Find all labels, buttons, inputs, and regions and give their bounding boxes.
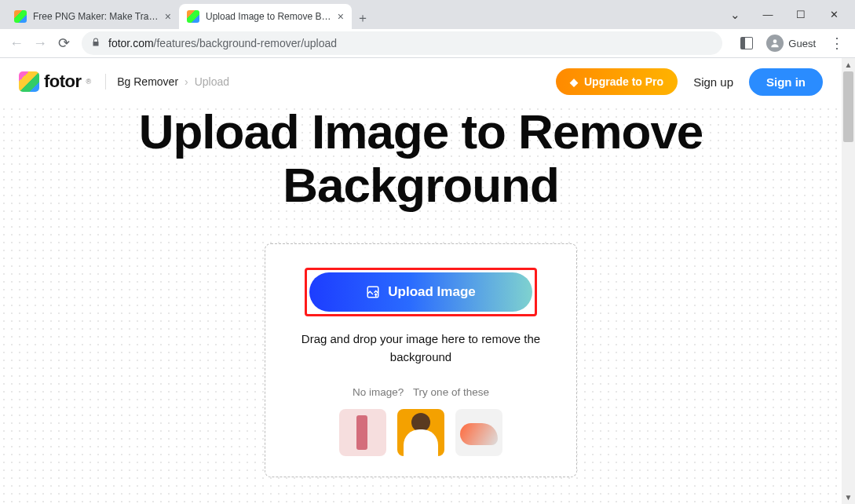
back-button[interactable]: ← (5, 31, 28, 55)
profile-label: Guest (788, 38, 816, 49)
page: fotor® Bg Remover › Upload ◆ Upgrade to … (0, 58, 855, 504)
new-tab-button[interactable]: ＋ (352, 7, 374, 29)
highlight-annotation: Upload Image (305, 268, 537, 316)
brand-logo[interactable]: fotor® (19, 71, 91, 92)
scroll-track[interactable] (842, 71, 855, 491)
avatar-icon (766, 35, 784, 52)
maximize-button[interactable]: ☐ (784, 3, 817, 27)
menu-button[interactable]: ⋮ (824, 35, 850, 52)
minimize-button[interactable]: ― (751, 3, 784, 27)
divider (105, 74, 106, 89)
tab-title: Upload Image to Remove Back (206, 11, 333, 22)
browser-toolbar: ← → ⟳ fotor.com/features/background-remo… (0, 29, 855, 58)
tab-active[interactable]: Upload Image to Remove Back × (179, 4, 352, 29)
page-body: fotor® Bg Remover › Upload ◆ Upgrade to … (0, 58, 842, 504)
close-icon[interactable]: × (165, 10, 171, 23)
tab-inactive[interactable]: Free PNG Maker: Make Transp × (6, 4, 179, 29)
address-bar[interactable]: fotor.com/features/background-remover/up… (82, 31, 722, 55)
lock-icon (91, 38, 100, 49)
breadcrumb-root[interactable]: Bg Remover (117, 75, 178, 88)
svg-point-0 (773, 39, 777, 43)
logo-icon (19, 71, 39, 92)
upgrade-button[interactable]: ◆ Upgrade to Pro (556, 68, 678, 95)
close-window-button[interactable]: ✕ (817, 3, 850, 27)
breadcrumb-current: Upload (195, 75, 229, 88)
url-path: /features/background-remover/upload (154, 37, 337, 49)
url-host: fotor.com (108, 37, 154, 49)
registered-icon: ® (86, 78, 92, 86)
upload-image-button[interactable]: Upload Image (309, 272, 532, 312)
window-controls: ⌄ ― ☐ ✕ (718, 0, 855, 29)
profile-button[interactable]: Guest (762, 35, 820, 52)
reload-button[interactable]: ⟳ (52, 31, 75, 55)
scroll-down-button[interactable]: ▼ (842, 491, 855, 504)
brand-name: fotor (44, 71, 82, 92)
samples-label: No image? Try one of these (286, 386, 556, 398)
upload-button-label: Upload Image (388, 284, 475, 300)
page-title: Upload Image to Remove Background (24, 105, 818, 212)
scroll-up-button[interactable]: ▲ (842, 58, 855, 71)
diamond-icon: ◆ (570, 76, 578, 88)
sample-shoe[interactable] (455, 409, 502, 456)
scroll-thumb[interactable] (843, 71, 853, 142)
app-header: fotor® Bg Remover › Upload ◆ Upgrade to … (0, 58, 842, 105)
dropzone-hint: Drag and drop your image here to remove … (286, 331, 556, 366)
panel-icon[interactable] (735, 31, 758, 55)
chevron-down-icon[interactable]: ⌄ (718, 3, 751, 27)
sample-thumbnails (286, 409, 556, 456)
try-one-text: Try one of these (413, 386, 489, 398)
vertical-scrollbar[interactable]: ▲ ▼ (842, 58, 855, 504)
hero: Upload Image to Remove Background (0, 105, 842, 212)
signup-link[interactable]: Sign up (693, 75, 733, 89)
no-image-text: No image? (353, 386, 404, 398)
favicon-icon (187, 10, 199, 23)
tab-title: Free PNG Maker: Make Transp (33, 11, 160, 22)
image-upload-icon (366, 285, 380, 299)
browser-tab-strip: Free PNG Maker: Make Transp × Upload Ima… (0, 0, 855, 29)
sample-portrait[interactable] (397, 409, 444, 456)
tabs: Free PNG Maker: Make Transp × Upload Ima… (0, 0, 718, 29)
close-icon[interactable]: × (338, 10, 344, 23)
chevron-right-icon: › (185, 75, 188, 88)
sample-product[interactable] (339, 409, 386, 456)
upload-dropzone[interactable]: Upload Image Drag and drop your image he… (265, 243, 577, 477)
breadcrumb: Bg Remover › Upload (105, 74, 229, 89)
forward-button[interactable]: → (28, 31, 52, 55)
favicon-icon (14, 10, 27, 23)
toolbar-right: Guest ⋮ (729, 31, 850, 55)
upgrade-label: Upgrade to Pro (584, 75, 663, 88)
signin-button[interactable]: Sign in (749, 68, 823, 96)
